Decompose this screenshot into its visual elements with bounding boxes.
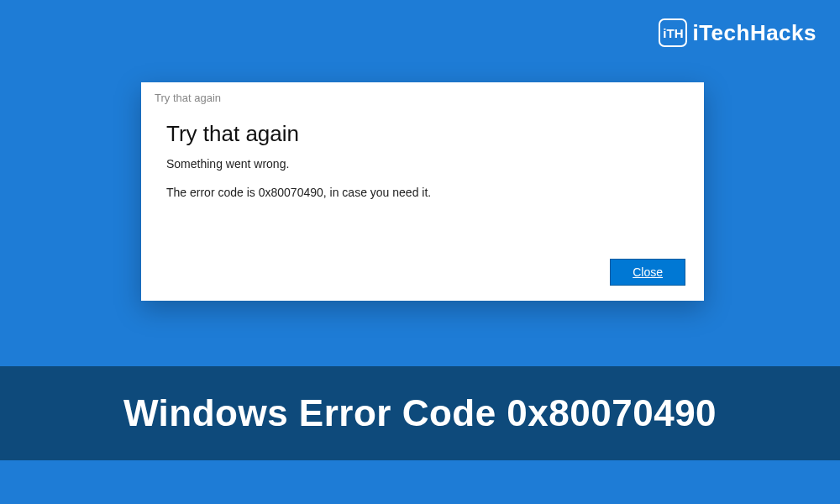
error-dialog: Try that again Try that again Something … xyxy=(141,82,704,301)
dialog-subtext: Something went wrong. xyxy=(166,157,679,171)
close-button[interactable]: Close xyxy=(610,259,685,286)
brand-logo-icon: iTH xyxy=(659,18,687,47)
dialog-body: Try that again Something went wrong. The… xyxy=(141,108,704,199)
title-banner: Windows Error Code 0x80070490 xyxy=(0,366,840,460)
dialog-footer: Close xyxy=(610,259,685,286)
dialog-window-title: Try that again xyxy=(141,82,704,108)
dialog-heading: Try that again xyxy=(166,121,679,147)
brand-logo-area: iTH iTechHacks xyxy=(659,18,816,47)
brand-logo-text: iTH xyxy=(663,26,683,40)
dialog-detail: The error code is 0x80070490, in case yo… xyxy=(166,186,679,199)
brand-name: iTechHacks xyxy=(692,20,816,46)
banner-text: Windows Error Code 0x80070490 xyxy=(123,392,717,434)
